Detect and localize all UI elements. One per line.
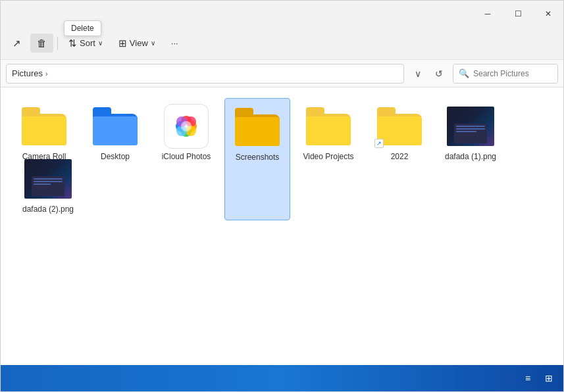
breadcrumb-text: Pictures [12,68,43,78]
list-item[interactable]: dafada (2).png [15,151,81,220]
more-button[interactable]: ··· [165,34,185,52]
explorer-window: ─ ☐ ✕ Delete ↗ 🗑 ⇅ Sort ∨ ⊞ View ∨ ··· [0,0,564,392]
folder-front [22,116,66,145]
delete-button[interactable]: 🗑 [30,34,53,53]
image-preview [24,159,72,199]
address-bar-actions: ∨ ↺ [408,64,449,84]
search-box[interactable]: 🔍 [453,64,558,84]
file-label: Video Projects [303,152,353,162]
screen-preview [32,176,64,196]
minimize-button[interactable]: ─ [473,1,503,27]
sort-button[interactable]: ⇅ Sort ∨ [62,34,109,53]
view-chevron-icon: ∨ [151,39,155,47]
grid-view-icon: ⊞ [545,373,553,383]
file-label: iCloud Photos [162,152,211,162]
folder-icon [93,107,138,145]
folder-front [93,116,138,145]
svg-point-9 [181,121,192,132]
breadcrumb-chevron-icon: › [45,70,48,78]
folder-icon [22,107,66,145]
dropdown-icon: ∨ [415,68,421,79]
image-icon-wrapper [22,156,74,202]
sort-chevron-icon: ∨ [98,39,103,47]
img-line [456,131,476,132]
file-label: 2022 [391,152,409,162]
separator [57,37,58,50]
file-label: Screenshots [236,153,280,163]
file-grid: Camera Roll Desktop [11,98,553,220]
view-button[interactable]: ⊞ View ∨ [112,34,162,53]
search-input[interactable] [473,69,552,78]
share-button[interactable]: ↗ [6,34,28,53]
file-label: dafada (1).png [445,152,496,162]
folder-icon-wrapper: ↗ [373,103,426,149]
screen-preview [454,124,487,143]
img-line [34,181,63,182]
sort-icon: ⇅ [68,37,77,49]
folder-front [377,116,422,145]
list-item[interactable]: Screenshots [224,98,290,220]
image-icon-wrapper [444,103,497,149]
refresh-icon: ↺ [435,68,443,79]
image-preview [447,107,494,146]
main-content: Camera Roll Desktop [1,87,563,365]
img-line [34,178,63,180]
share-icon: ↗ [13,37,21,49]
icloud-icon-wrapper [160,103,213,149]
list-item[interactable]: iCloud Photos [153,98,219,220]
title-bar-controls: ─ ☐ ✕ [473,1,563,27]
address-bar: Pictures › ∨ ↺ 🔍 [1,60,563,87]
folder-icon-wrapper [231,104,284,150]
image-thumbnail [24,159,72,199]
folder-front [306,116,351,145]
breadcrumb[interactable]: Pictures › [6,64,404,84]
maximize-button[interactable]: ☐ [503,1,533,27]
toolbar: Delete ↗ 🗑 ⇅ Sort ∨ ⊞ View ∨ ··· [1,27,563,60]
img-line [456,126,485,127]
folder-icon [306,107,351,145]
folder-icon [235,108,280,146]
delete-icon: 🗑 [37,37,47,49]
grid-view-button[interactable]: ⊞ [540,369,558,387]
list-view-icon: ≡ [525,373,530,383]
delete-tooltip: Delete [64,20,101,36]
view-icon: ⊞ [118,37,127,49]
folder-icon [377,107,422,145]
more-icon: ··· [171,38,178,48]
img-line [456,128,485,130]
img-line [34,184,51,185]
icloud-icon [164,104,209,149]
list-item[interactable]: dafada (1).png [438,98,503,220]
list-item[interactable]: Video Projects [295,98,361,220]
file-label: dafada (2).png [22,205,74,215]
close-button[interactable]: ✕ [533,1,563,27]
folder-icon-wrapper [18,103,70,149]
sort-label: Sort [80,38,95,48]
search-icon: 🔍 [459,68,469,78]
refresh-button[interactable]: ↺ [429,64,449,84]
shortcut-arrow-icon: ↗ [374,139,384,148]
file-label: Desktop [101,152,130,162]
list-view-button[interactable]: ≡ [519,369,537,387]
list-item[interactable]: Desktop [82,98,148,220]
folder-front [235,117,280,146]
image-thumbnail [447,107,494,146]
folder-icon-wrapper [302,103,355,149]
taskbar: ≡ ⊞ [1,365,563,391]
list-item[interactable]: ↗ 2022 [367,98,432,220]
view-label: View [130,38,148,48]
dropdown-button[interactable]: ∨ [408,64,428,84]
folder-icon-wrapper [89,103,141,149]
